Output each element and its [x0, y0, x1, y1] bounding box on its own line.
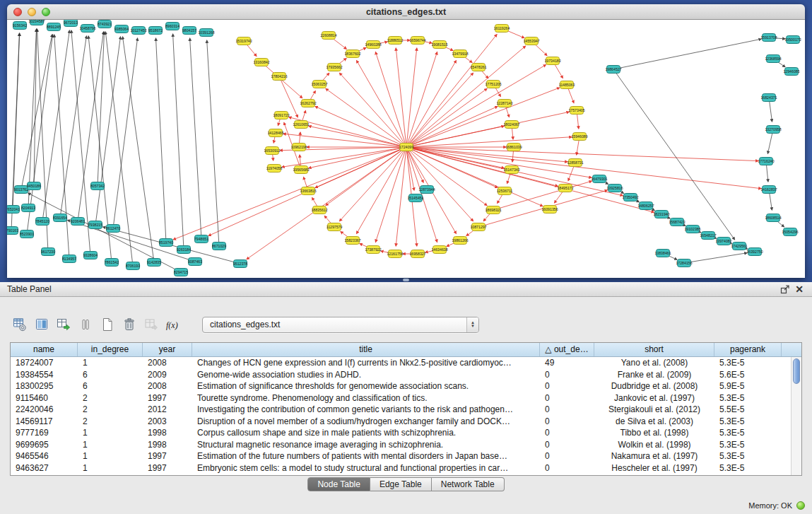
- graph-node[interactable]: 17387922: [365, 246, 381, 254]
- table-row[interactable]: 1456911722003Disruption of a novel membe…: [11, 416, 791, 428]
- network-view-window[interactable]: citations_edges.txt 1724099 16861039 151…: [7, 4, 805, 278]
- graph-node[interactable]: 12536711: [497, 187, 513, 195]
- graph-node[interactable]: 9328604: [83, 252, 98, 259]
- graph-node[interactable]: 9672013: [64, 20, 78, 27]
- table-row[interactable]: 1872400712008Changes of HCN gene express…: [11, 357, 791, 369]
- graph-node[interactable]: 7790163: [7, 227, 18, 235]
- show-columns-icon[interactable]: [33, 316, 50, 333]
- graph-node[interactable]: 16958327: [409, 250, 425, 258]
- graph-node[interactable]: 1724099: [399, 144, 413, 151]
- graph-node[interactable]: 15946089: [571, 133, 587, 141]
- graph-node[interactable]: 9518672: [148, 27, 163, 35]
- graph-node[interactable]: 11886512: [387, 37, 404, 45]
- graph-node[interactable]: 12873944: [418, 186, 435, 194]
- graph-node[interactable]: 7861542: [105, 259, 119, 267]
- graph-node[interactable]: 16596744: [409, 37, 425, 45]
- column-header-out_degree[interactable]: △ out_de…: [540, 343, 594, 356]
- graph-node[interactable]: 13479918: [452, 50, 468, 58]
- graph-node[interactable]: 15145451: [407, 194, 423, 202]
- graph-node[interactable]: 9804157: [182, 27, 196, 35]
- graph-node[interactable]: 9142835: [147, 259, 161, 267]
- graph-node[interactable]: 8294715: [174, 269, 188, 276]
- graph-node[interactable]: 17429561: [731, 243, 747, 250]
- graph-node[interactable]: 15478261: [470, 64, 486, 71]
- graph-node[interactable]: 11974058: [266, 165, 283, 173]
- graph-node[interactable]: 12946085: [783, 68, 799, 76]
- graph-node[interactable]: 13925816: [606, 185, 623, 192]
- table-row[interactable]: 946554611997Estimation of the future num…: [11, 450, 791, 462]
- table-row[interactable]: 977716911998Corpus callosum shape and si…: [11, 427, 791, 439]
- column-header-year[interactable]: year: [143, 343, 192, 356]
- graph-node[interactable]: 16479301: [591, 175, 607, 183]
- graph-node[interactable]: 14553947: [523, 37, 539, 45]
- graph-node[interactable]: 15054296: [782, 228, 798, 236]
- column-header-pagerank[interactable]: pagerank: [714, 343, 782, 356]
- graph-node[interactable]: 16548217: [700, 232, 716, 240]
- table-mode-icon[interactable]: [11, 316, 28, 333]
- graph-node[interactable]: 10391268: [198, 29, 214, 37]
- graph-node[interactable]: 17573405: [568, 107, 584, 115]
- graph-node[interactable]: 19102385: [684, 226, 700, 233]
- column-header-short[interactable]: short: [594, 343, 714, 356]
- vertical-scrollbar[interactable]: [791, 357, 801, 475]
- tab-network-table[interactable]: Network Table: [432, 477, 505, 491]
- graph-node[interactable]: 17284156: [676, 259, 692, 267]
- graph-node[interactable]: 7938215: [88, 221, 102, 229]
- graph-node[interactable]: 13160842: [253, 59, 269, 66]
- graph-node[interactable]: 18091723: [273, 112, 289, 119]
- graph-node[interactable]: 16091356: [541, 206, 558, 214]
- graph-node[interactable]: 8134957: [62, 255, 76, 263]
- graph-node[interactable]: 16861039: [505, 144, 522, 151]
- network-canvas[interactable]: 1724099 16861039 15147343 12536711 18698…: [7, 20, 805, 278]
- column-header-in_degree[interactable]: in_degree: [78, 343, 143, 356]
- graph-node[interactable]: 15063257: [311, 81, 327, 88]
- window-titlebar[interactable]: citations_edges.txt: [7, 4, 805, 20]
- graph-node[interactable]: 12287143: [496, 100, 512, 107]
- function-builder-icon[interactable]: f(x): [165, 316, 182, 333]
- graph-node[interactable]: 16392750: [746, 248, 763, 256]
- graph-node[interactable]: 18495172: [557, 185, 573, 192]
- graph-node[interactable]: 15147343: [503, 166, 519, 174]
- float-panel-icon[interactable]: [778, 283, 792, 296]
- graph-node[interactable]: 12368594: [765, 55, 781, 63]
- graph-node[interactable]: 8671029: [212, 243, 226, 250]
- graph-node[interactable]: 17716240: [758, 158, 774, 165]
- graph-node[interactable]: 18367602: [344, 50, 360, 58]
- graph-node[interactable]: 17350492: [622, 194, 638, 201]
- table-row[interactable]: 946362711997Embryonic stem cells: a mode…: [11, 462, 791, 474]
- graph-node[interactable]: 13838461: [654, 250, 671, 257]
- graph-node[interactable]: 19500173: [784, 36, 801, 44]
- graph-node[interactable]: 19864527: [605, 66, 621, 74]
- graph-node[interactable]: 19565683: [293, 166, 309, 174]
- zoom-window-button[interactable]: [42, 8, 50, 16]
- graph-node[interactable]: 9087463: [188, 258, 202, 266]
- table-row[interactable]: 1830029562008Estimation of significance …: [11, 380, 791, 392]
- graph-node[interactable]: 9512378: [233, 260, 247, 268]
- graph-node[interactable]: 14806257: [637, 202, 654, 210]
- graph-node[interactable]: 7652041: [7, 206, 20, 214]
- graph-node[interactable]: 9263184: [177, 246, 191, 254]
- graph-node[interactable]: 16262792: [300, 100, 316, 107]
- graph-node[interactable]: 14960288: [365, 41, 381, 49]
- table-row[interactable]: 2242004622012Investigating the contribut…: [11, 404, 791, 416]
- edit-table-icon[interactable]: [55, 316, 72, 333]
- graph-node[interactable]: 11297579: [326, 223, 343, 231]
- graph-node[interactable]: 15687423: [669, 218, 685, 226]
- graph-node[interactable]: 14128465: [267, 129, 283, 137]
- delete-column-icon[interactable]: [121, 316, 138, 333]
- graph-node[interactable]: 9617230: [41, 248, 55, 256]
- graph-node[interactable]: 15823367: [344, 237, 360, 245]
- graph-node[interactable]: 17804216: [271, 73, 287, 81]
- graph-node[interactable]: 9385064: [114, 25, 129, 33]
- pane-divider-handle[interactable]: [403, 279, 409, 281]
- graph-node[interactable]: 12610651: [293, 121, 309, 129]
- graph-node[interactable]: 8204913: [21, 204, 35, 212]
- graph-node[interactable]: 8057342: [90, 182, 105, 190]
- combo-stepper-icon[interactable]: ▲▼: [466, 317, 478, 332]
- graph-node[interactable]: 18231940: [653, 211, 669, 218]
- close-panel-icon[interactable]: ✕: [792, 283, 806, 296]
- graph-node[interactable]: 17751205: [485, 81, 501, 88]
- graph-node[interactable]: 18024067: [503, 121, 519, 129]
- graph-node[interactable]: 8706193: [126, 262, 140, 270]
- graph-node[interactable]: 18698321: [485, 206, 501, 214]
